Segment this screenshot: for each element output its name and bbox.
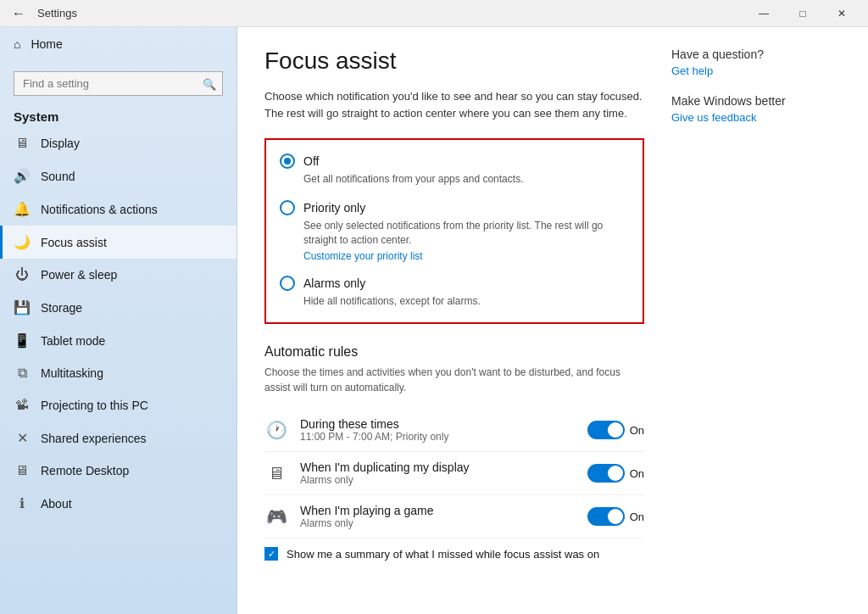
content-area: Focus assist Choose which notification y…: [237, 27, 868, 614]
storage-icon: 💾: [14, 299, 31, 315]
toggle-gaming[interactable]: On: [587, 507, 644, 526]
sidebar-item-label: Shared experiences: [41, 432, 147, 445]
radio-off-desc: Get all notifications from your apps and…: [303, 172, 629, 187]
search-input[interactable]: [14, 71, 223, 96]
content-side: Have a question? Get help Make Windows b…: [671, 47, 841, 594]
toggle-duplicating[interactable]: On: [587, 464, 644, 483]
summary-checkbox-row: Show me a summary of what I missed while…: [264, 539, 644, 569]
automatic-rules-desc: Choose the times and activities when you…: [264, 365, 644, 395]
automatic-rules-section: Automatic rules Choose the times and act…: [264, 344, 644, 569]
tablet-icon: 📱: [14, 332, 31, 349]
rule-name: During these times: [300, 417, 576, 431]
toggle-label: On: [630, 424, 644, 437]
sidebar-item-remote[interactable]: 🖥 Remote Desktop: [0, 455, 236, 487]
sidebar-item-label: Remote Desktop: [41, 464, 129, 477]
rule-sub: 11:00 PM - 7:00 AM; Priority only: [300, 431, 576, 443]
radio-alarms-desc: Hide all notifications, except for alarm…: [303, 294, 629, 309]
sidebar-item-notifications[interactable]: 🔔 Notifications & actions: [0, 193, 236, 226]
content-main: Focus assist Choose which notification y…: [264, 47, 644, 594]
summary-checkbox[interactable]: [264, 547, 278, 561]
radio-option-off: Off Get all notifications from your apps…: [280, 154, 629, 187]
sidebar-item-label: Tablet mode: [41, 334, 105, 348]
sidebar-item-power[interactable]: ⏻ Power & sleep: [0, 259, 236, 291]
close-button[interactable]: ✕: [822, 0, 861, 27]
toggle-thumb: [608, 466, 623, 481]
sidebar-item-projecting[interactable]: 📽 Projecting to this PC: [0, 389, 236, 421]
rule-name: When I'm playing a game: [300, 504, 576, 517]
radio-off[interactable]: [280, 154, 295, 169]
monitor-icon: 🖥: [264, 464, 288, 483]
rule-sub: Alarms only: [300, 517, 576, 529]
sidebar-item-storage[interactable]: 💾 Storage: [0, 291, 236, 324]
radio-alarms-label: Alarms only: [303, 276, 365, 290]
rule-name: When I'm duplicating my display: [300, 460, 576, 474]
toggle-during-times[interactable]: On: [587, 421, 644, 439]
titlebar: ← Settings — □ ✕: [0, 0, 868, 27]
toggle-label: On: [630, 511, 644, 523]
rule-during-times: 🕐 During these times 11:00 PM - 7:00 AM;…: [264, 409, 644, 452]
get-help-link[interactable]: Get help: [671, 64, 841, 77]
maximize-button[interactable]: □: [783, 0, 822, 27]
toggle-thumb: [608, 422, 623, 438]
notifications-icon: 🔔: [14, 201, 31, 217]
sidebar-item-home[interactable]: ⌂ Home: [0, 27, 236, 61]
sidebar-item-focus[interactable]: 🌙 Focus assist: [0, 226, 236, 259]
rule-text: During these times 11:00 PM - 7:00 AM; P…: [300, 417, 576, 443]
sidebar: ⌂ Home 🔍 System 🖥 Display 🔊 Sound 🔔 Noti…: [0, 27, 237, 614]
radio-row-alarms: Alarms only: [280, 276, 629, 291]
make-windows-better-label: Make Windows better: [671, 94, 841, 108]
titlebar-title: Settings: [37, 7, 77, 20]
sidebar-item-label: About: [41, 497, 72, 511]
radio-option-priority: Priority only See only selected notifica…: [280, 200, 629, 263]
sidebar-item-label: Power & sleep: [41, 268, 117, 282]
page-description: Choose which notification you'd like to …: [264, 88, 644, 121]
radio-row-priority: Priority only: [280, 200, 629, 215]
multitasking-icon: ⧉: [14, 366, 31, 381]
priority-list-link[interactable]: Customize your priority list: [303, 250, 629, 262]
rule-text: When I'm playing a game Alarms only: [300, 504, 576, 529]
focus-icon: 🌙: [14, 234, 31, 250]
clock-icon: 🕐: [264, 420, 288, 440]
sidebar-item-tablet[interactable]: 📱 Tablet mode: [0, 324, 236, 357]
radio-priority-desc: See only selected notifications from the…: [303, 219, 629, 248]
titlebar-controls: — □ ✕: [744, 0, 861, 27]
system-label: System: [0, 103, 236, 127]
sidebar-item-about[interactable]: ℹ About: [0, 487, 236, 520]
sidebar-item-sound[interactable]: 🔊 Sound: [0, 159, 236, 193]
sidebar-home-label: Home: [31, 37, 62, 51]
toggle-track[interactable]: [587, 507, 625, 526]
back-button[interactable]: ←: [7, 4, 31, 23]
radio-alarms[interactable]: [280, 276, 295, 291]
rule-sub: Alarms only: [300, 474, 576, 486]
titlebar-left: ← Settings: [7, 4, 77, 23]
feedback-link[interactable]: Give us feedback: [671, 111, 841, 124]
remote-icon: 🖥: [14, 463, 31, 478]
toggle-label: On: [630, 467, 644, 480]
radio-priority[interactable]: [280, 200, 295, 215]
summary-checkbox-label: Show me a summary of what I missed while…: [287, 548, 599, 561]
toggle-track[interactable]: [587, 421, 625, 439]
home-icon: ⌂: [14, 37, 20, 51]
about-icon: ℹ: [14, 495, 31, 511]
rule-gaming: 🎮 When I'm playing a game Alarms only On: [264, 495, 644, 539]
radio-off-label: Off: [303, 154, 319, 168]
page-title: Focus assist: [264, 47, 644, 75]
toggle-thumb: [608, 509, 623, 524]
radio-priority-label: Priority only: [303, 201, 365, 215]
projecting-icon: 📽: [14, 398, 31, 413]
power-icon: ⏻: [14, 267, 31, 282]
options-box: Off Get all notifications from your apps…: [264, 138, 644, 324]
minimize-button[interactable]: —: [744, 0, 783, 27]
sidebar-item-label: Storage: [41, 301, 82, 315]
sidebar-item-label: Sound: [41, 170, 75, 183]
side-question: Have a question?: [671, 47, 841, 61]
sidebar-item-label: Projecting to this PC: [41, 399, 148, 412]
sidebar-item-shared[interactable]: ✕ Shared experiences: [0, 421, 236, 455]
sidebar-item-multitasking[interactable]: ⧉ Multitasking: [0, 357, 236, 389]
rule-duplicating: 🖥 When I'm duplicating my display Alarms…: [264, 452, 644, 495]
sidebar-item-display[interactable]: 🖥 Display: [0, 127, 236, 159]
rule-text: When I'm duplicating my display Alarms o…: [300, 460, 576, 486]
sidebar-item-label: Display: [41, 137, 80, 150]
toggle-track[interactable]: [587, 464, 625, 483]
sidebar-item-label: Multitasking: [41, 366, 103, 380]
